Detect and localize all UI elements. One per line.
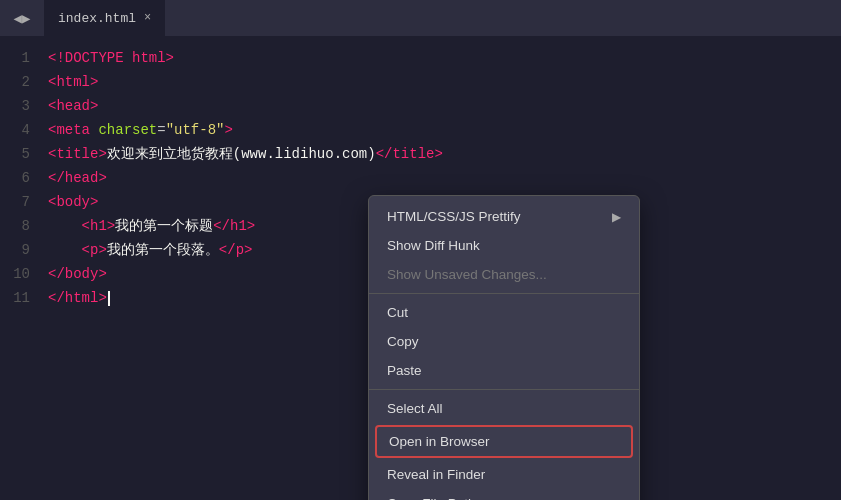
menu-item-select-all-label: Select All — [387, 401, 443, 416]
sidebar-toggle-icon: ◀▶ — [14, 10, 31, 27]
line-number: 8 — [0, 214, 30, 238]
code-line-6: </head> — [48, 166, 841, 190]
line-numbers: 1 2 3 4 5 6 7 8 9 10 11 — [0, 36, 40, 500]
line-number: 10 — [0, 262, 30, 286]
menu-separator-2 — [369, 389, 639, 390]
line-number: 7 — [0, 190, 30, 214]
code-line-2: <html> — [48, 70, 841, 94]
line-number: 6 — [0, 166, 30, 190]
menu-item-prettify[interactable]: HTML/CSS/JS Prettify ▶ — [369, 202, 639, 231]
menu-item-show-unsaved: Show Unsaved Changes... — [369, 260, 639, 289]
menu-item-open-in-browser[interactable]: Open in Browser — [375, 425, 633, 458]
line-number: 2 — [0, 70, 30, 94]
line-number: 9 — [0, 238, 30, 262]
line-number: 11 — [0, 286, 30, 310]
code-line-5: <title>欢迎来到立地货教程(www.lidihuo.com)</title… — [48, 142, 841, 166]
menu-item-copy-file-path-label: Copy File Path — [387, 496, 476, 500]
code-line-3: <head> — [48, 94, 841, 118]
menu-item-open-in-browser-label: Open in Browser — [389, 434, 490, 449]
editor-tab[interactable]: index.html × — [44, 0, 165, 36]
line-number: 1 — [0, 46, 30, 70]
tab-filename: index.html — [58, 11, 136, 26]
title-bar: ◀▶ index.html × — [0, 0, 841, 36]
context-menu: HTML/CSS/JS Prettify ▶ Show Diff Hunk Sh… — [368, 195, 640, 500]
menu-item-copy-file-path[interactable]: Copy File Path — [369, 489, 639, 500]
menu-item-reveal-finder[interactable]: Reveal in Finder — [369, 460, 639, 489]
menu-item-show-diff-label: Show Diff Hunk — [387, 238, 480, 253]
code-line-4: <meta charset="utf-8"> — [48, 118, 841, 142]
menu-separator-1 — [369, 293, 639, 294]
menu-item-select-all[interactable]: Select All — [369, 394, 639, 423]
menu-item-copy-label: Copy — [387, 334, 419, 349]
menu-item-paste-label: Paste — [387, 363, 422, 378]
line-number: 4 — [0, 118, 30, 142]
menu-item-show-diff[interactable]: Show Diff Hunk — [369, 231, 639, 260]
menu-item-copy[interactable]: Copy — [369, 327, 639, 356]
line-number: 3 — [0, 94, 30, 118]
menu-item-cut[interactable]: Cut — [369, 298, 639, 327]
menu-item-show-unsaved-label: Show Unsaved Changes... — [387, 267, 547, 282]
line-number: 5 — [0, 142, 30, 166]
menu-item-prettify-label: HTML/CSS/JS Prettify — [387, 209, 521, 224]
submenu-arrow-icon: ▶ — [612, 210, 621, 224]
sidebar-toggle-button[interactable]: ◀▶ — [8, 4, 36, 32]
menu-item-reveal-finder-label: Reveal in Finder — [387, 467, 485, 482]
tab-close-button[interactable]: × — [144, 11, 151, 25]
code-line-1: <!DOCTYPE html> — [48, 46, 841, 70]
menu-item-cut-label: Cut — [387, 305, 408, 320]
menu-item-paste[interactable]: Paste — [369, 356, 639, 385]
